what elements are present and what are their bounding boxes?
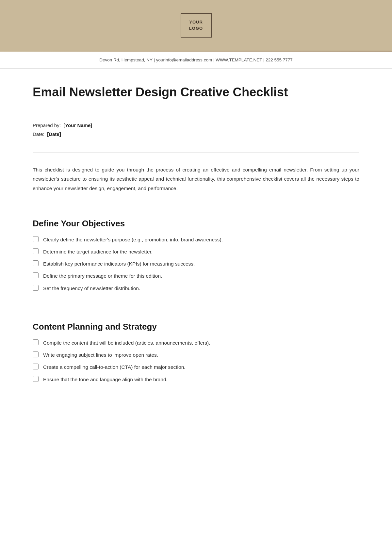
checklist-item-text: Compile the content that will be include… — [43, 339, 210, 347]
checklist-item: Determine the target audience for the ne… — [33, 248, 359, 255]
checkbox-4[interactable] — [33, 272, 39, 278]
checklist-item-text: Define the primary message or theme for … — [43, 272, 162, 280]
section-content-heading: Content Planning and Strategy — [33, 322, 359, 332]
checklist-item-text: Clearly define the newsletter's purpose … — [43, 236, 223, 243]
checklist-item: Compile the content that will be include… — [33, 339, 359, 347]
checklist-item-text: Set the frequency of newsletter distribu… — [43, 285, 140, 292]
checkbox-8[interactable] — [33, 364, 39, 369]
header-banner: YOUR LOGO — [0, 0, 392, 51]
divider-after-meta — [33, 153, 359, 153]
checklist-item: Set the frequency of newsletter distribu… — [33, 285, 359, 292]
contact-info: Devon Rd, Hempstead, NY | yourinfo@email… — [99, 57, 292, 62]
checklist-item-text: Establish key performance indicators (KP… — [43, 260, 195, 268]
intro-paragraph: This checklist is designed to guide you … — [33, 162, 359, 197]
checklist-item-text: Ensure that the tone and language align … — [43, 376, 168, 383]
prepared-by-line: Prepared by: [Your Name] — [33, 122, 359, 128]
checklist-item: Establish key performance indicators (KP… — [33, 260, 359, 268]
checkbox-1[interactable] — [33, 236, 39, 242]
checkbox-7[interactable] — [33, 351, 39, 357]
prepared-by-value: [Your Name] — [63, 122, 92, 128]
checkbox-6[interactable] — [33, 339, 39, 345]
checkbox-2[interactable] — [33, 248, 39, 254]
date-value: [Date] — [47, 131, 61, 137]
logo-text: YOUR LOGO — [189, 19, 203, 31]
checklist-item: Write engaging subject lines to improve … — [33, 351, 359, 359]
checklist-item: Clearly define the newsletter's purpose … — [33, 236, 359, 243]
checklist-item-text: Write engaging subject lines to improve … — [43, 351, 158, 359]
content-checklist: Compile the content that will be include… — [33, 339, 359, 383]
checklist-item: Define the primary message or theme for … — [33, 272, 359, 280]
checklist-item-text: Create a compelling call-to-action (CTA)… — [43, 363, 186, 371]
checklist-item: Create a compelling call-to-action (CTA)… — [33, 363, 359, 371]
logo-line1: YOUR — [189, 20, 203, 24]
checkbox-3[interactable] — [33, 260, 39, 266]
divider-after-intro — [33, 206, 359, 206]
page-title: Email Newsletter Design Creative Checkli… — [33, 85, 359, 100]
logo-line2: LOGO — [189, 26, 203, 31]
date-label: Date: — [33, 131, 44, 137]
section-objectives: Define Your Objectives Clearly define th… — [33, 215, 359, 300]
checklist-item: Ensure that the tone and language align … — [33, 376, 359, 383]
contact-bar: Devon Rd, Hempstead, NY | yourinfo@email… — [0, 52, 392, 69]
checkbox-9[interactable] — [33, 376, 39, 382]
main-content: Email Newsletter Design Creative Checkli… — [0, 69, 392, 411]
divider-after-title — [33, 110, 359, 110]
checkbox-5[interactable] — [33, 285, 39, 291]
logo-box: YOUR LOGO — [181, 13, 212, 38]
prepared-by-label: Prepared by: — [33, 122, 61, 128]
meta-info: Prepared by: [Your Name] Date: [Date] — [33, 119, 359, 143]
date-line: Date: [Date] — [33, 131, 359, 137]
section-objectives-heading: Define Your Objectives — [33, 219, 359, 229]
section-content-planning: Content Planning and Strategy Compile th… — [33, 318, 359, 391]
divider-after-objectives — [33, 309, 359, 309]
objectives-checklist: Clearly define the newsletter's purpose … — [33, 236, 359, 292]
checklist-item-text: Determine the target audience for the ne… — [43, 248, 153, 255]
